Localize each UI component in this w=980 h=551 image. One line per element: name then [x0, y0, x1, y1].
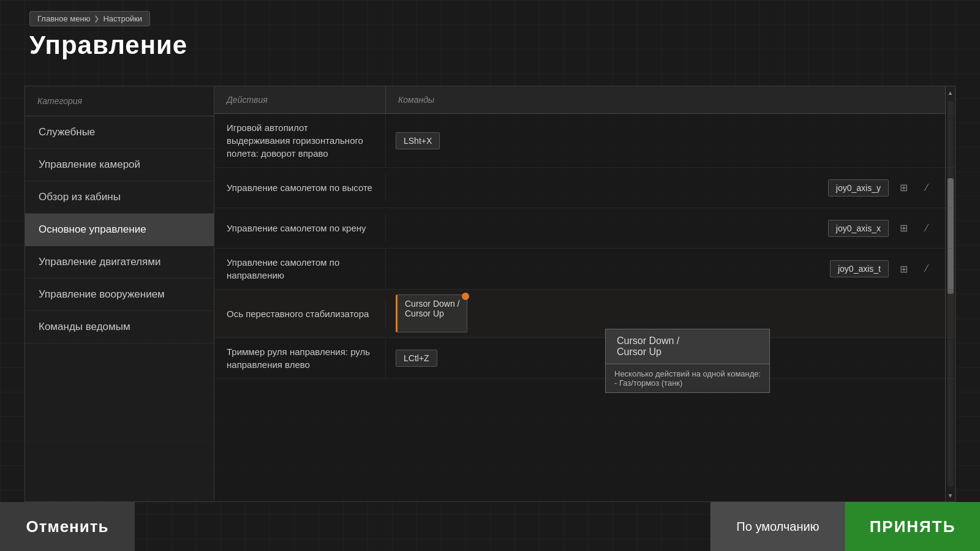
tooltip-info: Несколько действий на одной команде: - Г… — [605, 364, 770, 393]
curve-icon[interactable]: ∕ — [918, 179, 935, 197]
sidebar-item-basic[interactable]: Основное управление — [25, 214, 214, 246]
page-title: Управление — [29, 31, 187, 60]
bottom-bar: Отменить По умолчанию ПРИНЯТЬ — [0, 502, 980, 551]
action-label: Управление самолетом по крену — [214, 214, 386, 242]
action-label: Управление самолетом по направлению — [214, 249, 386, 289]
table-body: Игровой автопилот выдерживания горизонта… — [214, 114, 955, 501]
sidebar-item-camera[interactable]: Управление камерой — [25, 149, 214, 181]
tooltip-info-title: Несколько действий на одной команде: — [614, 369, 761, 378]
command-badge-highlight[interactable]: Cursor Down / Cursor Up — [396, 294, 467, 332]
sidebar-item-service[interactable]: Служебные — [25, 116, 214, 149]
table-row: Триммер руля направления: руль направлен… — [214, 338, 955, 379]
tooltip-info-item: - Газ/тормоз (танк) — [614, 378, 761, 388]
table-row: Управление самолетом по направлению joy0… — [214, 249, 955, 290]
action-label: Управление самолетом по высоте — [214, 174, 386, 201]
orange-dot-indicator — [462, 293, 469, 300]
breadcrumb: Главное меню ❯ Настройки — [29, 11, 150, 26]
tooltip-main: Cursor Down / Cursor Up — [605, 329, 770, 364]
table-row: Управление самолетом по высоте joy0_axis… — [214, 168, 955, 208]
action-label: Триммер руля направления: руль направлен… — [214, 338, 386, 378]
table-row: Управление самолетом по крену joy0_axis_… — [214, 208, 955, 249]
joy-badge[interactable]: joy0_axis_y — [828, 179, 889, 197]
action-label: Игровой автопилот выдерживания горизонта… — [214, 114, 386, 167]
sidebar-item-wingman[interactable]: Команды ведомым — [25, 311, 214, 343]
main-content: Категория Служебные Управление камерой О… — [24, 86, 956, 502]
curve-icon[interactable]: ∕ — [918, 220, 935, 237]
col-actions-header: Действия — [214, 86, 386, 113]
table-header: Действия Команды — [214, 86, 955, 114]
cancel-button[interactable]: Отменить — [0, 502, 135, 551]
sidebar-item-cockpit[interactable]: Обзор из кабины — [25, 181, 214, 214]
commands-cell: joy0_axis_y ⊞ ∕ — [386, 174, 945, 201]
command-badge[interactable]: LSht+X — [396, 132, 440, 149]
sidebar-header: Категория — [25, 86, 214, 116]
accept-button[interactable]: ПРИНЯТЬ — [845, 502, 980, 551]
tooltip-text-line1: Cursor Down / — [617, 335, 679, 346]
breadcrumb-current[interactable]: Настройки — [103, 14, 142, 23]
sidebar: Категория Служебные Управление камерой О… — [24, 86, 214, 502]
col-commands-header: Команды — [386, 86, 955, 113]
breadcrumb-arrow: ❯ — [94, 15, 99, 23]
curve-icon[interactable]: ∕ — [918, 260, 935, 277]
gamepad-icon[interactable]: ⊞ — [895, 179, 912, 197]
joy-badge[interactable]: joy0_axis_t — [830, 260, 889, 277]
table-row: Игровой автопилот выдерживания горизонта… — [214, 114, 955, 168]
breadcrumb-home[interactable]: Главное меню — [37, 14, 90, 23]
joy-badge[interactable]: joy0_axis_x — [828, 220, 889, 237]
tooltip-text-line2: Cursor Up — [617, 347, 662, 357]
commands-cell: joy0_axis_t ⊞ ∕ — [386, 255, 945, 282]
action-label: Ось переставного стабилизатора — [214, 300, 386, 328]
table-row: Ось переставного стабилизатора Cursor Do… — [214, 290, 955, 338]
scroll-up-arrow[interactable]: ▲ — [946, 86, 956, 99]
table-area: Действия Команды ▲ ▼ Игровой автопилот в… — [214, 86, 956, 502]
commands-cell: LSht+X — [386, 127, 945, 154]
sidebar-item-engines[interactable]: Управление двигателями — [25, 246, 214, 279]
gamepad-icon[interactable]: ⊞ — [895, 220, 912, 237]
command-badge[interactable]: LCtl+Z — [396, 350, 437, 367]
sidebar-item-weapons[interactable]: Управление вооружением — [25, 279, 214, 311]
bottom-spacer — [135, 502, 710, 551]
tooltip-popup: Cursor Down / Cursor Up Несколько действ… — [605, 329, 770, 393]
default-button[interactable]: По умолчанию — [710, 502, 845, 551]
gamepad-icon[interactable]: ⊞ — [895, 260, 912, 277]
commands-cell: joy0_axis_x ⊞ ∕ — [386, 215, 945, 242]
